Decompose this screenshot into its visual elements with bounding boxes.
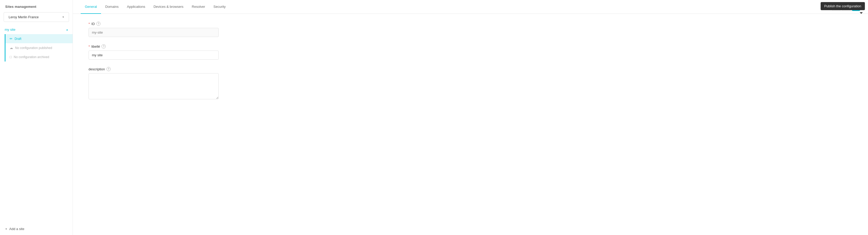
id-help-icon[interactable]: ? [96, 22, 100, 26]
sidebar-item-archived: □ No configuration archived [5, 52, 73, 61]
org-selector[interactable]: Leroy Merlin France ▾ [4, 12, 69, 22]
tab-resolver[interactable]: Resolver [188, 0, 209, 14]
description-input[interactable] [89, 73, 219, 99]
site-section: my site ▴ ✏ Draft ☁ No configuration pub… [0, 25, 73, 61]
site-chevron-up-icon: ▴ [66, 28, 68, 31]
general-form: * ID ? * libellé ? description ? [73, 14, 281, 115]
org-name: Leroy Merlin France [8, 15, 39, 19]
description-help-icon[interactable]: ? [106, 67, 111, 71]
site-header[interactable]: my site ▴ [0, 25, 73, 34]
tab-general[interactable]: General [81, 0, 101, 14]
libelle-label: * libellé ? [89, 44, 266, 49]
sidebar-item-draft-label: Draft [14, 37, 21, 41]
main-content: General Domains Applications Devices & b… [73, 0, 868, 235]
required-star: * [89, 22, 90, 26]
site-items-list: ✏ Draft ☁ No configuration published □ N… [5, 34, 73, 61]
id-input[interactable] [89, 28, 219, 37]
sidebar-item-archived-label: No configuration archived [14, 55, 49, 59]
sidebar: Sites management Leroy Merlin France ▾ m… [0, 0, 73, 235]
libelle-input[interactable] [89, 51, 219, 60]
sidebar-item-draft[interactable]: ✏ Draft [5, 34, 73, 43]
libelle-field-group: * libellé ? [89, 44, 266, 60]
id-label: * ID ? [89, 22, 266, 26]
description-label: description ? [89, 67, 266, 71]
sidebar-item-published-label: No configuration published [15, 46, 52, 50]
publish-tooltip-bar: Publish the configuration [817, 0, 868, 12]
tab-devices[interactable]: Devices & browsers [149, 0, 188, 14]
tabs-bar: General Domains Applications Devices & b… [73, 0, 868, 14]
add-site-label: Add a site [9, 227, 25, 231]
publish-tooltip: Publish the configuration [820, 2, 865, 10]
tab-security[interactable]: Security [209, 0, 230, 14]
archive-icon: □ [10, 55, 12, 59]
sidebar-item-published: ☁ No configuration published [5, 43, 73, 52]
description-field-group: description ? [89, 67, 266, 100]
sidebar-title: Sites management [0, 0, 73, 12]
add-site-button[interactable]: + Add a site [0, 223, 73, 235]
cloud-icon: ☁ [10, 46, 13, 50]
tab-applications[interactable]: Applications [123, 0, 149, 14]
plus-icon: + [5, 227, 7, 231]
tab-domains[interactable]: Domains [101, 0, 123, 14]
id-field-group: * ID ? [89, 22, 266, 37]
chevron-down-icon: ▾ [62, 16, 64, 19]
edit-icon: ✏ [10, 37, 12, 41]
site-name: my site [5, 28, 16, 32]
required-star-libelle: * [89, 45, 90, 49]
libelle-help-icon[interactable]: ? [101, 44, 106, 49]
